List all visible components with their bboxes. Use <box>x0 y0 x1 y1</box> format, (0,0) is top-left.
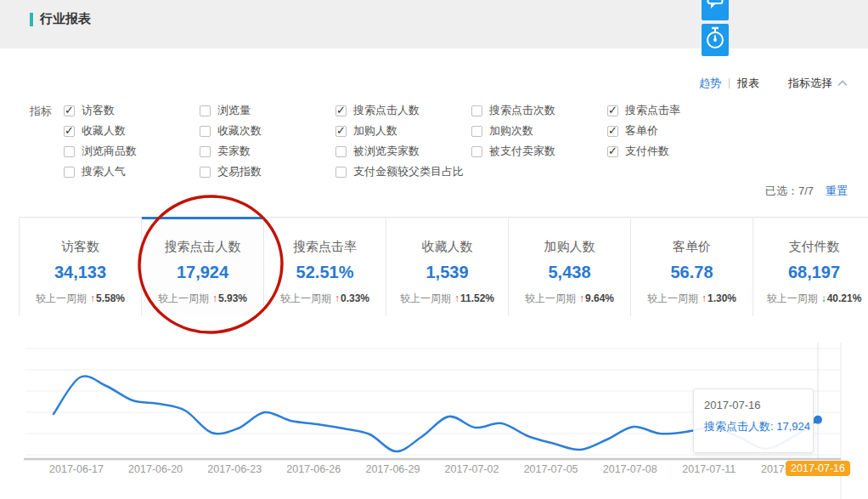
checkbox-unchecked[interactable] <box>200 126 211 137</box>
metric-card-6[interactable]: 支付件数68,197较上一周期↓40.21% <box>753 217 868 316</box>
checkbox-checked[interactable] <box>64 126 75 137</box>
metric-checkbox-label: 搜索点击次数 <box>489 103 555 118</box>
metric-checkbox-item[interactable]: 卖家数 <box>200 141 335 162</box>
metric-card-compare: 较上一周期↓40.21% <box>753 292 868 306</box>
highlighted-date-label: 2017-07-16 <box>786 461 850 476</box>
x-axis-tick-label: 2017-07-11 <box>682 463 736 475</box>
metric-checkbox-item[interactable]: 收藏次数 <box>200 121 335 141</box>
metric-checkbox-label: 收藏次数 <box>217 123 262 139</box>
checkbox-unchecked[interactable] <box>471 126 482 137</box>
metric-card-label: 收藏人数 <box>386 239 508 255</box>
x-axis-tick-label: 2017-07-05 <box>524 463 578 475</box>
arrow-down-icon: ↓ <box>821 292 826 304</box>
metric-checkbox-item[interactable]: 搜索点击次数 <box>471 100 607 121</box>
checkbox-checked[interactable] <box>335 105 347 116</box>
metric-checkbox-item[interactable]: 支付件数 <box>607 141 709 162</box>
compare-change-value: 0.33% <box>341 292 369 304</box>
metric-select-label: 指标选择 <box>788 76 832 91</box>
compare-change-value: 9.64% <box>585 292 614 304</box>
checkbox-checked[interactable] <box>607 126 618 137</box>
metric-checkbox-item[interactable]: 交易指数 <box>200 162 335 182</box>
checkbox-unchecked[interactable] <box>335 167 347 178</box>
metric-checkbox-item[interactable]: 收藏人数 <box>64 121 200 141</box>
view-toolbar: 趋势 报表 指标选择 <box>699 76 848 91</box>
metric-checkbox-item[interactable]: 浏览量 <box>200 100 335 121</box>
compare-period-label: 较上一周期 <box>525 292 576 304</box>
checkbox-checked[interactable] <box>607 146 618 157</box>
metric-checkbox-item[interactable]: 浏览商品数 <box>64 141 200 162</box>
metric-checkbox-label: 被支付卖家数 <box>489 144 555 159</box>
metric-card-4[interactable]: 加购人数5,438较上一周期↑9.64% <box>509 217 631 316</box>
metric-card-compare: 较上一周期↑11.52% <box>386 292 508 306</box>
x-axis-tick-label: 2017-06-23 <box>207 463 262 475</box>
metric-checkbox-label: 加购次数 <box>489 123 533 139</box>
x-axis-tick-label: 2017-07-02 <box>445 463 499 475</box>
metric-checkbox-label: 客单价 <box>625 123 658 139</box>
metric-checkbox-item[interactable]: 被浏览卖家数 <box>335 141 471 162</box>
metric-card-compare: 较上一周期↑5.58% <box>20 292 141 306</box>
chat-bubble-icon <box>702 0 729 22</box>
reset-button[interactable]: 重置 <box>826 184 848 199</box>
checkbox-unchecked[interactable] <box>200 167 211 178</box>
metric-checkbox-item[interactable]: 加购人数 <box>335 121 471 141</box>
compare-change-value: 11.52% <box>460 292 494 304</box>
metric-checkbox-label: 访客数 <box>82 103 115 118</box>
metrics-column-4: 搜索点击率客单价支付件数 <box>607 100 709 182</box>
checkbox-unchecked[interactable] <box>64 167 75 178</box>
metric-checkbox-label: 卖家数 <box>217 144 251 159</box>
metrics-column-0: 访客数收藏人数浏览商品数搜索人气 <box>64 100 200 182</box>
checkbox-unchecked[interactable] <box>335 146 347 157</box>
tooltip-value: 搜索点击人数: 17,924 <box>704 419 803 434</box>
metric-checkbox-item[interactable]: 被支付卖家数 <box>471 141 607 162</box>
feedback-button[interactable] <box>702 0 729 20</box>
metric-checkbox-item[interactable]: 搜索人气 <box>64 162 200 182</box>
checkbox-checked[interactable] <box>64 105 75 116</box>
metric-select-toggle[interactable]: 指标选择 <box>788 76 848 91</box>
checkbox-unchecked[interactable] <box>471 146 482 157</box>
metric-checkbox-label: 搜索点击人数 <box>353 103 420 118</box>
metric-checkbox-item[interactable]: 搜索点击人数 <box>335 100 471 121</box>
metric-checkbox-item[interactable]: 加购次数 <box>471 121 607 141</box>
checkbox-checked[interactable] <box>607 105 618 116</box>
metric-card-2[interactable]: 搜索点击率52.51%较上一周期↑0.33% <box>264 217 386 316</box>
metric-card-3[interactable]: 收藏人数1,539较上一周期↑11.52% <box>386 217 509 316</box>
metrics-column-2: 搜索点击人数加购人数被浏览卖家数支付金额较父类目占比 <box>335 100 471 182</box>
metric-card-compare: 较上一周期↑0.33% <box>264 292 386 306</box>
checkbox-unchecked[interactable] <box>64 146 75 157</box>
compare-period-label: 较上一周期 <box>280 292 331 304</box>
metric-card-1[interactable]: 搜索点击人数17,924较上一周期↑5.93% <box>142 217 264 316</box>
metric-card-label: 客单价 <box>631 239 752 255</box>
metric-card-value: 1,539 <box>386 263 508 282</box>
metric-checkbox-item[interactable]: 访客数 <box>64 100 200 121</box>
metric-card-value: 34,133 <box>20 263 141 282</box>
metric-card-compare: 较上一周期↑1.30% <box>631 292 752 306</box>
metric-checkbox-item[interactable]: 客单价 <box>607 121 709 141</box>
metric-checkbox-label: 浏览量 <box>217 103 251 118</box>
tooltip-date: 2017-07-16 <box>704 399 803 411</box>
report-view-link[interactable]: 报表 <box>737 76 759 91</box>
compare-change-value: 5.93% <box>218 292 247 304</box>
metric-card-0[interactable]: 访客数34,133较上一周期↑5.58% <box>20 217 142 316</box>
checkbox-unchecked[interactable] <box>471 105 482 116</box>
stopwatch-icon <box>702 22 729 58</box>
compare-change-value: 5.58% <box>96 292 125 304</box>
metric-checkbox-label: 加购人数 <box>353 123 397 139</box>
checkbox-checked[interactable] <box>335 126 347 137</box>
checkbox-unchecked[interactable] <box>200 146 211 157</box>
trend-view-link[interactable]: 趋势 <box>699 76 721 91</box>
checkbox-unchecked[interactable] <box>200 105 211 116</box>
stopwatch-button[interactable] <box>702 24 729 56</box>
metric-card-value: 17,924 <box>142 263 263 282</box>
toolbar-divider <box>729 78 730 88</box>
metric-card-label: 支付件数 <box>753 239 868 255</box>
metrics-grid: 访客数收藏人数浏览商品数搜索人气浏览量收藏次数卖家数交易指数搜索点击人数加购人数… <box>64 100 709 182</box>
arrow-up-icon: ↑ <box>212 292 217 304</box>
selected-count: 已选：7/7 <box>765 184 814 199</box>
metric-checkbox-item[interactable]: 支付金额较父类目占比 <box>335 162 471 182</box>
metric-card-compare: 较上一周期↑5.93% <box>142 292 263 306</box>
page-header: 行业报表 <box>0 0 868 48</box>
metric-checkbox-label: 浏览商品数 <box>82 144 137 159</box>
metric-card-5[interactable]: 客单价56.78较上一周期↑1.30% <box>631 217 753 316</box>
industry-report-page: 行业报表 趋势 报表 指标选择 <box>0 0 868 499</box>
metric-checkbox-item[interactable]: 搜索点击率 <box>607 100 709 121</box>
